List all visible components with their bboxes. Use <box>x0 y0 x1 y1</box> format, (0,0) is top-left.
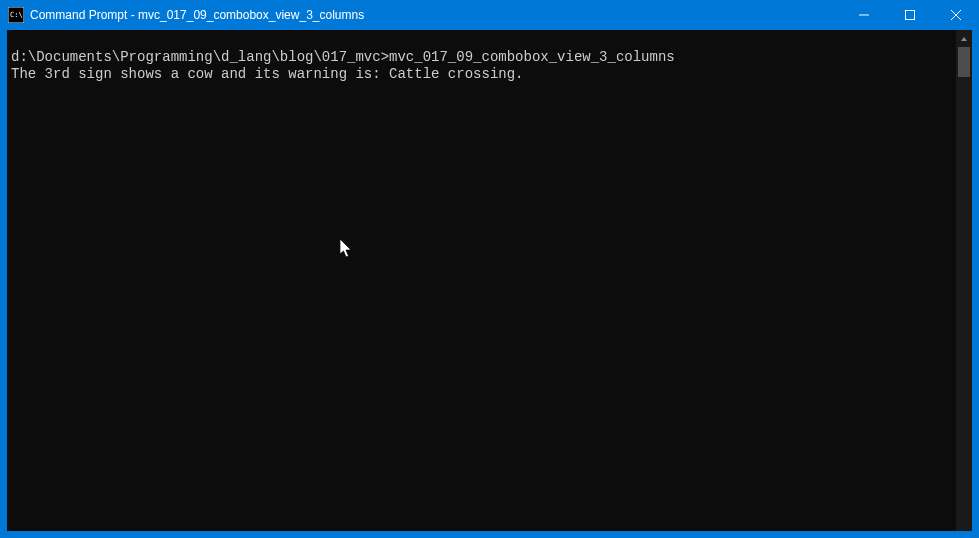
typed-command: mvc_017_09_combobox_view_3_columns <box>389 49 675 65</box>
svg-text:C:\: C:\ <box>10 11 23 19</box>
cmd-icon: C:\ <box>8 7 24 23</box>
window-frame: C:\ Command Prompt - mvc_017_09_combobox… <box>0 0 979 538</box>
console-container: d:\Documents\Programming\d_lang\blog\017… <box>7 30 972 531</box>
client-area: d:\Documents\Programming\d_lang\blog\017… <box>0 30 979 538</box>
prompt-path: d:\Documents\Programming\d_lang\blog\017… <box>11 49 389 65</box>
console-output-line: The 3rd sign shows a cow and its warning… <box>11 66 523 82</box>
titlebar[interactable]: C:\ Command Prompt - mvc_017_09_combobox… <box>0 0 979 30</box>
scroll-thumb[interactable] <box>958 47 970 77</box>
svg-marker-6 <box>961 37 967 41</box>
vertical-scrollbar[interactable] <box>956 30 972 531</box>
window-controls <box>841 0 979 30</box>
close-button[interactable] <box>933 0 979 30</box>
minimize-button[interactable] <box>841 0 887 30</box>
console-output[interactable]: d:\Documents\Programming\d_lang\blog\017… <box>7 30 956 531</box>
maximize-button[interactable] <box>887 0 933 30</box>
scroll-up-arrow-icon[interactable] <box>956 30 972 47</box>
svg-rect-3 <box>906 11 915 20</box>
console-line: d:\Documents\Programming\d_lang\blog\017… <box>11 49 675 65</box>
window-title: Command Prompt - mvc_017_09_combobox_vie… <box>30 8 841 22</box>
